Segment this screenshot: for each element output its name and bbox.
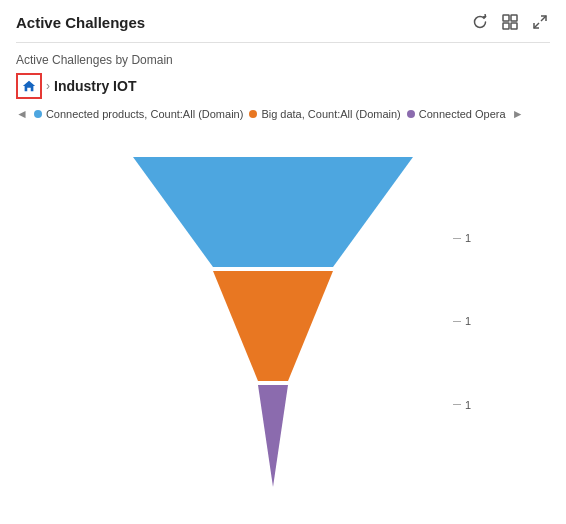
svg-rect-3 [511, 23, 517, 29]
grid-icon[interactable] [500, 12, 520, 32]
header-icons [470, 12, 550, 32]
breadcrumb-domain: Industry IOT [54, 78, 136, 94]
legend-label-1: Big data, Count:All (Domain) [261, 108, 400, 120]
app-container: Active Challenges [0, 0, 566, 524]
legend-dot-1 [249, 110, 257, 118]
legend-label-0: Connected products, Count:All (Domain) [46, 108, 243, 120]
svg-rect-0 [503, 15, 509, 21]
expand-icon[interactable] [530, 12, 550, 32]
funnel-value-1: 1 [465, 315, 471, 327]
svg-rect-1 [511, 15, 517, 21]
svg-rect-2 [503, 23, 509, 29]
legend-label-2: Connected Opera [419, 108, 506, 120]
funnel-label-0: 1 [453, 232, 471, 244]
page-title: Active Challenges [16, 14, 145, 31]
funnel-segment-2[interactable] [258, 385, 288, 487]
legend-item-2: Connected Opera [407, 108, 506, 120]
legend-dot-0 [34, 110, 42, 118]
legend-next[interactable]: ► [512, 107, 524, 121]
refresh-icon[interactable] [470, 12, 490, 32]
legend-prev[interactable]: ◄ [16, 107, 28, 121]
funnel-tick-1 [453, 321, 461, 322]
funnel-value-2: 1 [465, 399, 471, 411]
header: Active Challenges [16, 12, 550, 43]
breadcrumb-chevron: › [46, 79, 50, 93]
funnel-value-0: 1 [465, 232, 471, 244]
legend: ◄ Connected products, Count:All (Domain)… [16, 107, 550, 121]
funnel-label-2: 1 [453, 399, 471, 411]
funnel-tick-2 [453, 404, 461, 405]
chart-area: 1 1 1 [16, 131, 550, 512]
funnel-segment-1[interactable] [213, 271, 333, 381]
breadcrumb: › Industry IOT [16, 73, 550, 99]
legend-item-1: Big data, Count:All (Domain) [249, 108, 400, 120]
home-button[interactable] [16, 73, 42, 99]
funnel-segment-0[interactable] [133, 157, 413, 267]
legend-item-0: Connected products, Count:All (Domain) [34, 108, 243, 120]
section-subtitle: Active Challenges by Domain [16, 53, 550, 67]
funnel-tick-0 [453, 238, 461, 239]
funnel-label-1: 1 [453, 315, 471, 327]
funnel-svg [113, 157, 433, 487]
funnel-chart: 1 1 1 [113, 157, 453, 487]
legend-dot-2 [407, 110, 415, 118]
